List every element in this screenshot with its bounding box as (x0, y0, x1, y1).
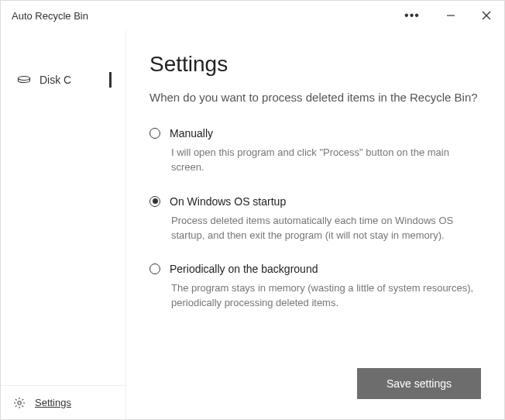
disk-icon (16, 75, 32, 84)
save-button[interactable]: Save settings (357, 368, 481, 399)
close-icon (482, 11, 491, 20)
option-label: On Windows OS startup (170, 195, 286, 208)
option-label: Periodically on the background (170, 263, 318, 275)
sidebar-settings-link[interactable]: Settings (1, 385, 125, 419)
dots-icon: ••• (404, 9, 420, 22)
sidebar-item-disk-c[interactable]: Disk C (1, 64, 125, 95)
sidebar-settings-label: Settings (35, 397, 71, 408)
svg-line-10 (22, 405, 23, 407)
window-title: Auto Recycle Bin (12, 10, 397, 22)
sidebar-spacer (1, 95, 125, 385)
radio-icon-selected (149, 196, 160, 207)
svg-line-9 (15, 399, 17, 401)
svg-line-12 (22, 399, 23, 401)
option-periodic: Periodically on the background The progr… (149, 263, 481, 311)
option-desc: I will open this program and click "Proc… (171, 146, 481, 175)
more-button[interactable]: ••• (397, 3, 433, 28)
radio-icon (149, 263, 160, 274)
option-manually: Manually I will open this program and cl… (149, 127, 481, 175)
main-content: Settings When do you want to process del… (126, 30, 504, 419)
svg-line-11 (15, 405, 17, 407)
radio-manually[interactable]: Manually (149, 127, 481, 139)
close-button[interactable] (469, 3, 504, 28)
svg-point-4 (18, 401, 21, 404)
body: Disk C Settings Settings When do you wan… (1, 30, 504, 419)
gear-icon (13, 397, 29, 409)
radio-startup[interactable]: On Windows OS startup (149, 195, 481, 208)
page-subtitle: When do you want to process deleted item… (149, 89, 481, 105)
radio-icon (149, 128, 160, 139)
sidebar-item-label: Disk C (40, 74, 71, 86)
page-title: Settings (149, 52, 481, 77)
sidebar: Disk C Settings (1, 30, 126, 419)
minimize-icon (446, 11, 455, 20)
option-label: Manually (170, 127, 213, 139)
option-desc: Process deleted items automatically each… (171, 214, 481, 243)
option-startup: On Windows OS startup Process deleted it… (149, 195, 481, 243)
titlebar: Auto Recycle Bin ••• (1, 1, 504, 30)
svg-point-3 (19, 77, 30, 81)
option-desc: The program stays in memory (wasting a l… (171, 281, 481, 311)
radio-periodic[interactable]: Periodically on the background (149, 263, 481, 275)
footer: Save settings (149, 368, 481, 404)
minimize-button[interactable] (433, 3, 469, 28)
